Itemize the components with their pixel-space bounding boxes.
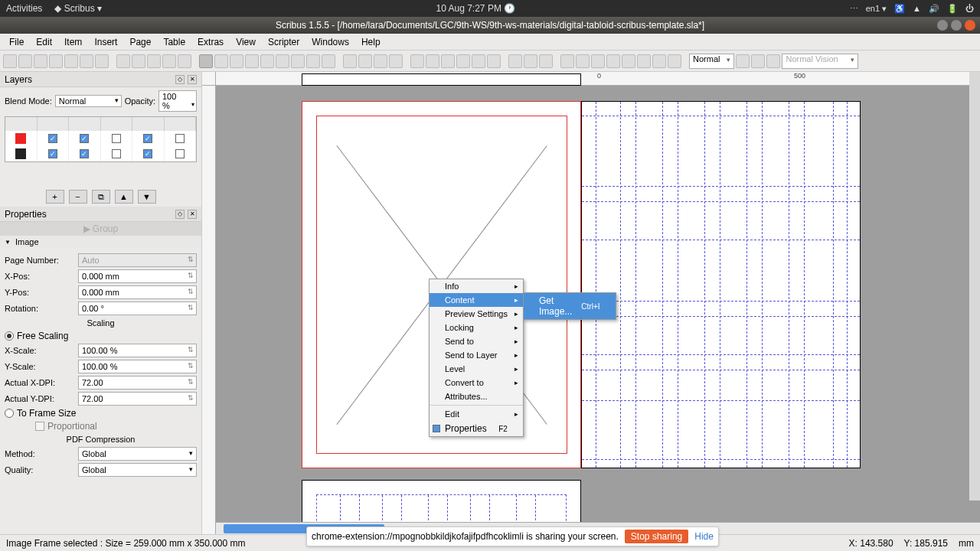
canvas-area[interactable]: 0 500 0 500 (202, 72, 980, 534)
menu-insert[interactable]: Insert (88, 34, 123, 50)
yscale-input[interactable]: 100.00 % (78, 360, 197, 373)
props-image-header[interactable]: Image (0, 236, 201, 248)
page-right[interactable] (581, 101, 861, 468)
ctx-locking[interactable]: Locking (430, 321, 523, 334)
ctx-properties[interactable]: PropertiesF2 (430, 421, 523, 436)
menu-scripter[interactable]: Scripter (262, 34, 305, 50)
volume-icon[interactable]: 🔊 (929, 4, 939, 14)
ctx-send-to-layer[interactable]: Send to Layer (430, 348, 523, 362)
lang-indicator[interactable]: en1 ▾ (866, 4, 887, 14)
ctx-preview-settings[interactable]: Preview Settings (430, 307, 523, 321)
ctx-edit[interactable]: Edit (430, 407, 523, 421)
ypos-input[interactable]: 0.000 mm (78, 285, 197, 299)
tool-link-frames[interactable] (472, 54, 485, 68)
menu-page[interactable]: Page (123, 34, 157, 50)
tool-copy-props[interactable] (524, 54, 537, 68)
tool-calligraphy[interactable] (389, 54, 403, 68)
ctx-content[interactable]: Content (430, 293, 523, 307)
tool-pdf-check[interactable] (606, 54, 620, 68)
tool-pdf-radio[interactable] (576, 54, 590, 68)
tool-undo[interactable] (116, 54, 130, 68)
tool-rotate[interactable] (410, 54, 424, 68)
tool-save[interactable] (34, 54, 47, 68)
layer-up-button[interactable]: ▲ (115, 190, 133, 204)
method-select[interactable]: Global (78, 447, 197, 461)
ruler-vertical[interactable] (202, 86, 216, 534)
menu-item[interactable]: Item (58, 34, 88, 50)
tool-close[interactable] (49, 54, 63, 68)
xdpi-input[interactable]: 72.00 (78, 376, 197, 390)
ctx-level[interactable]: Level (430, 362, 523, 376)
tool-cut[interactable] (147, 54, 161, 68)
a11y-icon[interactable]: ♿ (894, 4, 905, 14)
battery-icon[interactable]: 🔋 (947, 4, 958, 14)
tool-freehand[interactable] (374, 54, 387, 68)
app-menu[interactable]: ◆ Scribus ▾ (54, 3, 102, 14)
page-num-input[interactable]: Auto (78, 253, 197, 267)
to-frame-radio[interactable] (5, 409, 14, 418)
ydpi-input[interactable]: 72.00 (78, 392, 197, 406)
tool-render-frame[interactable] (245, 54, 259, 68)
layer-dup-button[interactable]: ⧉ (92, 190, 110, 204)
tool-pdf-text[interactable] (591, 54, 605, 68)
ctx-attributes[interactable]: Attributes... (430, 390, 523, 403)
tool-copy[interactable] (162, 54, 176, 68)
tool-line[interactable] (343, 54, 357, 68)
tool-pdf-link[interactable] (668, 54, 681, 68)
tool-unlink-frames[interactable] (487, 54, 501, 68)
tool-preview[interactable] (751, 54, 765, 68)
close-button[interactable] (965, 20, 975, 31)
tool-polygon[interactable] (306, 54, 320, 68)
menu-windows[interactable]: Windows (305, 34, 355, 50)
maximize-button[interactable] (951, 20, 962, 31)
menu-table[interactable]: Table (157, 34, 191, 50)
tool-pdf[interactable] (95, 54, 109, 68)
activities-button[interactable]: Activities (6, 3, 42, 14)
tool-measure[interactable] (508, 54, 522, 68)
tool-preflight[interactable] (80, 54, 93, 68)
tool-edit-contents[interactable] (441, 54, 455, 68)
menu-view[interactable]: View (230, 34, 262, 50)
menu-extras[interactable]: Extras (191, 34, 230, 50)
menu-edit[interactable]: Edit (30, 34, 58, 50)
tool-shape[interactable] (276, 54, 289, 68)
props-close-button[interactable]: ✕ (188, 210, 197, 219)
ctx-convert-to[interactable]: Convert to (430, 376, 523, 390)
preview-mode-select[interactable]: Normal (689, 54, 734, 69)
tool-pdf-annot[interactable] (652, 54, 666, 68)
clock[interactable]: 10 Aug 7:27 PM 🕐 (102, 3, 850, 14)
tool-open[interactable] (18, 54, 32, 68)
tool-select[interactable] (199, 54, 213, 68)
layer-remove-button[interactable]: − (69, 190, 87, 204)
tray-more-icon[interactable]: ⋯ (850, 4, 858, 14)
tool-arc[interactable] (291, 54, 305, 68)
layers-close-button[interactable]: ✕ (188, 75, 197, 84)
ctx-get-image[interactable]: Get Image...Ctrl+I (524, 293, 616, 319)
tool-eyedropper[interactable] (539, 54, 553, 68)
tool-story-editor[interactable] (456, 54, 470, 68)
quality-select[interactable]: Global (78, 463, 197, 477)
rotation-input[interactable]: 0.00 ° (78, 302, 197, 315)
layer-down-button[interactable]: ▼ (138, 190, 156, 204)
tool-pdf-push[interactable] (560, 54, 574, 68)
tool-new[interactable] (3, 54, 17, 68)
hide-share-button[interactable]: Hide (694, 531, 714, 542)
tool-redo[interactable] (132, 54, 145, 68)
tool-text-frame[interactable] (214, 54, 228, 68)
tool-paste[interactable] (178, 54, 191, 68)
xpos-input[interactable]: 0.000 mm (78, 269, 197, 283)
tool-print[interactable] (64, 54, 78, 68)
layer-row[interactable] (5, 131, 196, 146)
tool-edit-in-preview[interactable] (766, 54, 780, 68)
tool-pdf-combo[interactable] (622, 54, 635, 68)
layers-float-button[interactable]: ◇ (175, 75, 185, 84)
menu-help[interactable]: Help (355, 34, 387, 50)
canvas-vscrollbar[interactable] (969, 72, 980, 500)
xscale-input[interactable]: 100.00 % (78, 344, 197, 357)
ctx-info[interactable]: Info (430, 279, 523, 293)
blend-mode-select[interactable]: Normal (55, 95, 122, 107)
opacity-spinner[interactable]: 100 % (158, 90, 197, 112)
free-scaling-radio[interactable] (5, 331, 14, 341)
props-group-header[interactable]: ▶ Group (0, 222, 201, 236)
ctx-send-to[interactable]: Send to (430, 334, 523, 348)
